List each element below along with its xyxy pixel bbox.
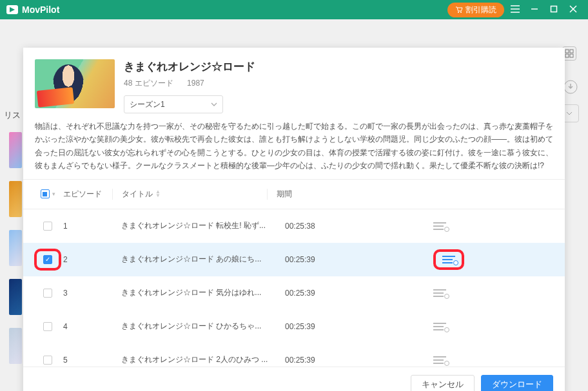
modal-footer: キャンセル ダウンロード [23,367,565,391]
episodes-count: 48 エピソード [124,79,173,88]
row-checkbox[interactable] [43,255,52,264]
show-year: 1987 [187,79,204,88]
promo-label: 割引購読 [466,5,496,15]
highlight-checkbox [34,249,61,271]
queue-settings-icon[interactable] [433,289,446,297]
close-button[interactable] [565,5,582,15]
row-checkbox[interactable] [43,222,52,231]
episode-duration: 00:25:38 [276,222,424,231]
cancel-button[interactable]: キャンセル [411,375,475,391]
episode-duration: 00:25:39 [276,255,424,264]
episode-number: 5 [61,356,112,365]
episode-table: ▾ エピソード タイトル ▲▼ 期間 1 [23,179,565,367]
app-logo-icon [6,5,18,14]
column-episode[interactable]: エピソード [61,189,112,200]
column-title[interactable]: タイトル ▲▼ [112,189,267,200]
episode-modal: きまぐれオレンジ☆ロード 48 エピソード 1987 シーズン1 物語は、それぞ… [23,48,565,391]
season-select-value: シーズン1 [130,99,165,110]
episode-duration: 00:25:39 [276,322,424,331]
episode-number: 1 [61,222,112,231]
episode-title: きまぐれオレンジ☆ロード 2人のひみつ ... [112,354,276,365]
svg-point-0 [458,12,459,13]
row-checkbox[interactable] [43,322,52,331]
column-duration[interactable]: 期間 [267,189,415,200]
table-header: ▾ エピソード タイトル ▲▼ 期間 [23,180,565,209]
show-title: きまぐれオレンジ☆ロード [124,59,553,74]
table-row[interactable]: 2 きまぐれオレンジ☆ロード あの娘にち... 00:25:39 [23,243,565,276]
queue-settings-icon[interactable] [433,356,446,364]
episode-number: 4 [61,322,112,331]
season-select[interactable]: シーズン1 [124,95,223,113]
row-checkbox[interactable] [43,289,52,298]
episode-title: きまぐれオレンジ☆ロード 気分はゆれ... [112,287,276,298]
episode-duration: 00:25:39 [276,289,424,298]
promo-button[interactable]: 割引購読 [447,3,504,17]
modal-header: きまぐれオレンジ☆ロード 48 エピソード 1987 シーズン1 [23,48,565,120]
episode-title: きまぐれオレンジ☆ロード あの娘にち... [112,254,276,265]
titlebar: MovPilot 割引購読 [0,0,588,19]
download-button[interactable]: ダウンロード [481,375,553,391]
chevron-down-icon [211,102,217,106]
episode-number: 3 [61,289,112,298]
chevron-down-icon[interactable]: ▾ [52,191,55,197]
episode-title: きまぐれオレンジ☆ロード ひかるちゃ... [112,321,276,332]
row-checkbox[interactable] [43,356,52,365]
show-meta: 48 エピソード 1987 [124,78,553,89]
cart-icon [455,6,463,14]
table-row[interactable]: 1 きまぐれオレンジ☆ロード 転校生! 恥ず... 00:25:38 [23,209,565,243]
table-row[interactable]: 5 きまぐれオレンジ☆ロード 2人のひみつ ... 00:25:39 [23,343,565,367]
table-body[interactable]: 1 きまぐれオレンジ☆ロード 転校生! 恥ず... 00:25:38 [23,209,565,367]
sort-icon: ▲▼ [155,190,161,198]
queue-settings-icon[interactable] [433,222,446,230]
synopsis: 物語は、それぞれ不思議な力を持つ一家が、その秘密を守るために引っ越した町で始まる… [23,120,565,179]
svg-point-1 [460,12,462,13]
select-all-checkbox[interactable] [41,189,50,198]
app-name: MovPilot [22,5,59,15]
episode-title: きまぐれオレンジ☆ロード 転校生! 恥ず... [112,220,276,231]
maximize-button[interactable] [545,5,562,15]
minimize-button[interactable] [526,5,543,15]
queue-settings-icon[interactable] [433,323,446,330]
highlight-queue-button [433,249,464,270]
queue-settings-icon[interactable] [442,256,455,263]
modal-overlay: きまぐれオレンジ☆ロード 48 エピソード 1987 シーズン1 物語は、それぞ… [0,19,588,391]
table-row[interactable]: 3 きまぐれオレンジ☆ロード 気分はゆれ... 00:25:39 [23,276,565,310]
episode-duration: 00:25:39 [276,356,424,365]
svg-rect-2 [551,6,557,12]
table-row[interactable]: 4 きまぐれオレンジ☆ロード ひかるちゃ... 00:25:39 [23,310,565,343]
show-poster [35,59,115,108]
episode-number: 2 [61,255,112,264]
menu-button[interactable] [507,5,524,15]
